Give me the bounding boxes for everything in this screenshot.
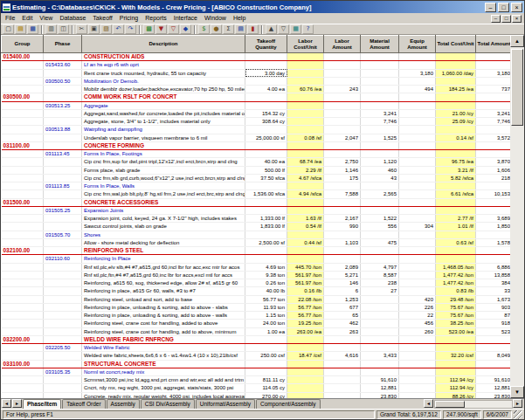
column-header-labor-cost-unit[interactable]: Labor Cost/Unit [287,36,324,53]
cell-group[interactable]: 015400.00 [2,53,44,61]
cell-tamt[interactable] [476,247,511,255]
cell-lamt[interactable] [324,335,361,343]
cell-tcu[interactable]: 38.25 /ton [436,320,476,327]
cell-tcu[interactable] [436,93,476,101]
cell-qty[interactable]: 308.64 cy [245,118,287,126]
filter-icon[interactable]: ▽ [278,24,289,34]
cell-tamt[interactable]: 918 [476,320,511,327]
cell-tamt[interactable]: 13,858 [476,271,511,279]
cell-lamt[interactable]: 4,616 [324,352,361,360]
cell-mat[interactable]: 475 [361,238,399,246]
tab-csi-div-assembly[interactable]: CSI Div/Assembly [141,399,195,409]
cell-desc[interactable]: Reinforcing In Place [82,255,245,263]
cell-tcu[interactable]: 6.61 /sfca [436,190,476,198]
cell-lcu[interactable]: 19.25 /ton [287,320,324,327]
resize-grip[interactable] [514,410,522,419]
chart-icon[interactable]: ▮ [247,24,259,34]
hscroll-thumb[interactable] [435,401,465,408]
cell-lcu[interactable]: 0.54 /lf [287,223,324,231]
cell-lcu[interactable] [287,118,324,126]
cell-tamt[interactable]: 6,886 [476,263,511,271]
cell-equip[interactable] [399,247,436,255]
cell-group[interactable] [2,126,44,134]
cell-qty[interactable]: 37.50 sfca [245,174,287,182]
cell-desc[interactable]: Reinforcing steel, crane cost for handli… [82,320,245,327]
cell-phase[interactable] [44,215,82,223]
cell-group[interactable] [2,271,44,279]
cell-lamt[interactable] [324,61,361,69]
cell-lcu[interactable]: 22.08 /ton [287,295,324,303]
cell-group[interactable] [2,223,44,231]
cell-tamt[interactable]: 218 [476,174,511,182]
cell-phase[interactable] [44,384,82,392]
cell-lcu[interactable]: 0.44 /sf [287,238,324,246]
cell-equip[interactable] [399,93,436,101]
cell-lcu[interactable]: 2.29 /lf [287,166,324,174]
cell-qty[interactable]: 40.00 lb [245,287,287,295]
item-takeoff-icon[interactable]: ▽ [168,24,179,34]
cell-lamt[interactable]: 2,167 [324,215,361,223]
cell-equip[interactable] [399,287,436,295]
assembly-takeoff-icon[interactable]: ◆ [180,24,191,34]
menu-takeoff[interactable]: Takeoff [89,13,115,24]
cell-lcu[interactable]: 561.97 /ton [287,279,324,287]
tab-phase-item[interactable]: Phase/Item [23,399,61,409]
cell-tcu[interactable]: 2.77 /lf [436,215,476,223]
cell-phase[interactable] [44,320,82,327]
open-icon[interactable]: ▤ [15,24,26,34]
cell-lcu[interactable] [287,392,324,398]
column-header-total-amount[interactable]: Total Amount [476,36,511,53]
cell-desc[interactable]: CONCRETE FORMING [82,141,245,149]
cell-mat[interactable] [361,368,399,375]
cell-lamt[interactable]: 5,271 [324,271,361,279]
cell-mat[interactable] [361,247,399,255]
cell-mat[interactable]: 2,565 [361,190,399,198]
cell-equip[interactable] [399,166,436,174]
cell-mat[interactable] [361,53,399,61]
cell-equip[interactable]: 260 [399,327,436,335]
cell-mat[interactable] [361,360,399,368]
menu-edit[interactable]: Edit [18,13,36,24]
cell-tamt[interactable] [476,93,511,101]
cell-lamt[interactable] [324,53,361,61]
cell-lcu[interactable]: 263.00 /ea [287,327,324,335]
save-icon[interactable]: ▦ [27,24,38,34]
undo-icon[interactable]: ↶ [113,24,124,34]
cell-tcu[interactable] [436,368,476,375]
cell-group[interactable] [2,287,44,295]
cell-mat[interactable] [361,182,399,190]
cell-tcu[interactable] [436,335,476,343]
cell-lcu[interactable] [287,61,324,69]
cell-phase[interactable] [44,109,82,117]
cell-lcu[interactable] [287,182,324,190]
cell-lamt[interactable] [324,368,361,375]
cell-equip[interactable] [399,392,436,398]
cell-group[interactable] [2,134,44,141]
cell-lamt[interactable] [324,206,361,214]
cell-desc[interactable]: Watrpfing and damppfing [82,126,245,134]
cell-lcu[interactable] [287,376,324,384]
cell-equip[interactable] [399,190,436,198]
cell-lamt[interactable] [324,360,361,368]
cell-phase[interactable] [44,335,82,343]
cell-group[interactable] [2,206,44,214]
cell-tcu[interactable]: 3.21 /lf [436,166,476,174]
cell-mat[interactable] [361,231,399,238]
cell-tamt[interactable] [476,255,511,263]
scrollbar-thumb[interactable] [511,49,523,126]
cell-group[interactable] [2,312,44,320]
cell-lcu[interactable] [287,344,324,352]
cell-group[interactable]: 031100.00 [2,141,44,149]
cell-qty[interactable]: 154.32 cy [245,109,287,117]
tab-scroll-right-icon[interactable]: ► [12,399,22,408]
pricing-icon[interactable]: $ [198,24,210,34]
cell-phase[interactable]: 015433.60 [44,61,82,69]
cell-lamt[interactable] [324,77,361,85]
cell-lamt[interactable] [324,344,361,352]
cell-mat[interactable] [361,101,399,109]
cell-group[interactable] [2,344,44,352]
cell-tcu[interactable]: 112.94 /cy [436,376,476,384]
cell-qty[interactable]: 25,000.00 sf [245,134,287,141]
new-icon[interactable]: ▢ [3,24,14,34]
cell-qty[interactable]: 9.38 ton [245,271,287,279]
